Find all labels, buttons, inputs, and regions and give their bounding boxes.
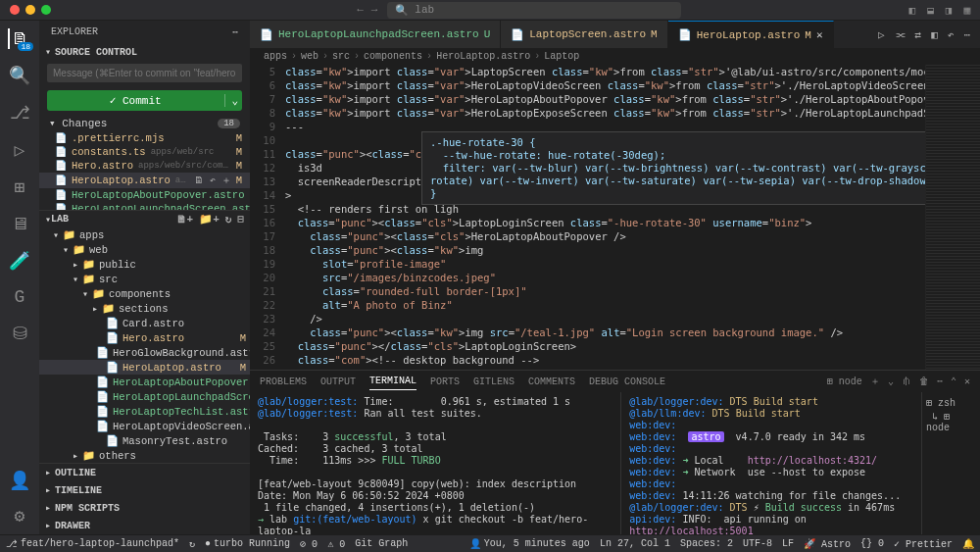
- maximize-window-button[interactable]: [41, 5, 51, 15]
- scm-file-item[interactable]: 📄.prettierrc.mjsM: [39, 131, 250, 145]
- outline-section[interactable]: ▸OUTLINE: [39, 464, 250, 481]
- tree-item[interactable]: ▸📁public: [39, 257, 250, 272]
- scm-file-item[interactable]: 📄Hero.astroapps/web/src/componentsM: [39, 159, 250, 173]
- blame-status[interactable]: 👤 You, 5 minutes ago: [469, 538, 590, 550]
- panel-tab-ports[interactable]: PORTS: [430, 374, 460, 390]
- tree-item[interactable]: ▾📁apps: [39, 227, 250, 242]
- run-debug-icon[interactable]: ▷: [15, 139, 25, 161]
- compare-icon[interactable]: ⇄: [915, 28, 922, 41]
- search-activity-icon[interactable]: 🔍: [9, 65, 30, 86]
- breadcrumb-item[interactable]: Laptop: [544, 51, 579, 62]
- tree-item[interactable]: 📄HeroLaptopVideoScreen.astro: [39, 419, 250, 433]
- npm-section[interactable]: ▸NPM SCRIPTS: [39, 499, 250, 517]
- terminal-pane-right[interactable]: @lab/logger:dev: DTS Build start @lab/ll…: [620, 392, 921, 534]
- timeline-section[interactable]: ▸TIMELINE: [39, 481, 250, 499]
- lab-section-header[interactable]: ▾ LAB 🗎+ 📁+ ↻ ⊟: [39, 211, 250, 227]
- extensions-icon[interactable]: ⊞: [15, 176, 25, 198]
- tree-item[interactable]: ▾📁web: [39, 242, 250, 257]
- tree-item[interactable]: 📄Hero.astroM: [39, 330, 250, 345]
- refresh-icon[interactable]: ↻: [225, 213, 232, 226]
- new-terminal-icon[interactable]: ＋: [870, 375, 880, 388]
- commit-dropdown-icon[interactable]: ⌄: [224, 94, 238, 107]
- run-icon[interactable]: ▷: [878, 28, 885, 41]
- editor-tab[interactable]: 📄LaptopScreen.astro M: [501, 21, 667, 48]
- tree-item[interactable]: 📄HeroLaptop.astroM: [39, 360, 250, 375]
- explorer-icon[interactable]: 🗎18: [8, 28, 29, 49]
- eol-status[interactable]: LF: [782, 538, 794, 550]
- breadcrumb-item[interactable]: web: [301, 51, 318, 62]
- terminal-dropdown-icon[interactable]: ⌄: [888, 376, 894, 387]
- source-control-icon[interactable]: ⎇: [10, 102, 30, 124]
- nav-back-icon[interactable]: ←: [357, 4, 364, 16]
- account-icon[interactable]: 👤: [9, 470, 30, 491]
- tree-item[interactable]: 📄HeroLaptopLaunchpadScreen.astroU: [39, 389, 250, 404]
- editor-tab[interactable]: 📄HeroLaptopLaunchpadScreen.astro U: [250, 21, 501, 48]
- tree-item[interactable]: 📄HeroLaptopAboutPopover.astroU: [39, 375, 250, 389]
- gitgraph-status[interactable]: Git Graph: [355, 538, 408, 549]
- tree-item[interactable]: ▾📁components: [39, 286, 250, 301]
- scm-file-item[interactable]: 📄HeroLaptop.astroapps/web/src/c...🗎 ↶ ＋M: [39, 173, 250, 188]
- errors-status[interactable]: ⊘ 0: [300, 538, 318, 550]
- minimize-window-button[interactable]: [25, 5, 35, 15]
- revert-icon[interactable]: ↶: [948, 28, 955, 41]
- tree-item[interactable]: 📄MasonryTest.astro: [39, 433, 250, 448]
- scm-file-item[interactable]: 📄constants.tsapps/web/srcM: [39, 145, 250, 159]
- breadcrumb-item[interactable]: HeroLaptop.astro: [436, 51, 530, 62]
- branch-status[interactable]: ⎇ feat/hero-laptop-launchpad*: [6, 538, 179, 550]
- indent-status[interactable]: Spaces: 2: [680, 538, 733, 550]
- tree-item[interactable]: ▸📁sections: [39, 301, 250, 316]
- panel-tab-gitlens[interactable]: GITLENS: [473, 374, 514, 390]
- db-icon[interactable]: ⛁: [13, 323, 27, 344]
- format-status[interactable]: {} 0: [860, 538, 884, 550]
- testing-icon[interactable]: 🧪: [9, 250, 30, 272]
- minimap[interactable]: [925, 65, 980, 370]
- commit-message-input[interactable]: [47, 64, 242, 82]
- scm-file-item[interactable]: 📄HeroLaptopAboutPopover.astroapps/w...U: [39, 188, 250, 202]
- tree-item[interactable]: 📄HeroLaptopTechList.astroU: [39, 404, 250, 419]
- sync-status[interactable]: ↻: [189, 538, 195, 550]
- prettier-status[interactable]: ✓ Prettier: [894, 538, 953, 550]
- panel-tab-terminal[interactable]: TERMINAL: [369, 373, 416, 390]
- breadcrumb-item[interactable]: apps: [264, 51, 287, 62]
- notifications-icon[interactable]: 🔔: [962, 538, 974, 550]
- panel-tab-debug console[interactable]: DEBUG CONSOLE: [589, 374, 665, 390]
- cursor-position[interactable]: Ln 27, Col 1: [600, 538, 670, 550]
- scm-file-item[interactable]: 📄HeroLaptopLaunchpadScreen.astroapps/w..…: [39, 202, 250, 210]
- split-icon[interactable]: ⫘: [895, 28, 906, 41]
- layout-left-icon[interactable]: ◧: [909, 4, 916, 17]
- warnings-status[interactable]: ⚠ 0: [327, 538, 345, 550]
- panel-tab-problems[interactable]: PROBLEMS: [260, 374, 307, 390]
- panel-tab-comments[interactable]: COMMENTS: [528, 374, 575, 390]
- new-file-icon[interactable]: 🗎+: [176, 213, 194, 226]
- close-tab-icon[interactable]: ✕: [816, 28, 823, 41]
- nav-forward-icon[interactable]: →: [371, 4, 378, 16]
- turbo-status[interactable]: ● turbo Running: [205, 538, 290, 549]
- breadcrumb-item[interactable]: src: [332, 51, 350, 62]
- settings-icon[interactable]: ⚙: [15, 505, 25, 527]
- split-terminal-icon[interactable]: ⫛: [902, 376, 911, 387]
- layout-custom-icon[interactable]: ▦: [963, 4, 970, 17]
- layout-right-icon[interactable]: ◨: [946, 4, 953, 17]
- diff-icon[interactable]: ◧: [931, 28, 938, 41]
- commit-button[interactable]: ✓ Commit ⌄: [47, 90, 242, 111]
- tree-item[interactable]: ▾📁src: [39, 272, 250, 286]
- editor-tab[interactable]: 📄HeroLaptop.astro M ✕: [668, 21, 834, 48]
- maximize-panel-icon[interactable]: ⌃: [951, 376, 956, 387]
- tree-item[interactable]: ▸📁others: [39, 448, 250, 463]
- tree-item[interactable]: 📄Card.astro: [39, 316, 250, 330]
- breadcrumb-item[interactable]: components: [364, 51, 422, 62]
- drawer-section[interactable]: ▸DRAWER: [39, 517, 250, 534]
- close-window-button[interactable]: [10, 5, 20, 15]
- terminal-item[interactable]: ↳ ⊞ node: [926, 410, 976, 434]
- layout-bottom-icon[interactable]: ⬓: [927, 4, 934, 17]
- terminal-pane-left[interactable]: @lab/logger:test: Time: 0.961 s, estimat…: [250, 392, 620, 534]
- terminal-item[interactable]: ⊞ zsh: [926, 396, 976, 410]
- gitlens-icon[interactable]: G: [15, 287, 25, 307]
- remote-icon[interactable]: 🖥: [11, 214, 28, 234]
- encoding-status[interactable]: UTF-8: [743, 538, 772, 550]
- source-control-section[interactable]: ▾ SOURCE CONTROL: [39, 44, 250, 60]
- collapse-icon[interactable]: ⊟: [237, 213, 244, 226]
- panel-more-icon[interactable]: ⋯: [937, 376, 943, 387]
- kill-terminal-icon[interactable]: 🗑: [919, 376, 929, 387]
- panel-tab-output[interactable]: OUTPUT: [320, 374, 356, 390]
